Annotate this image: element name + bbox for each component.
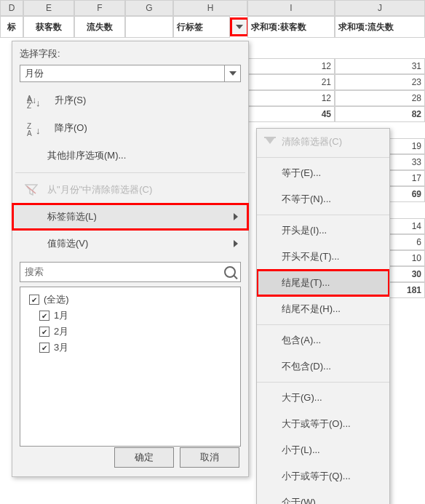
pivot-cell: 12: [247, 90, 335, 106]
filter-between[interactable]: 介于(W)...: [257, 489, 389, 504]
sort-asc-label: 升序(S): [55, 94, 86, 107]
ok-button[interactable]: 确定: [114, 447, 174, 468]
field-header-F: 流失数: [74, 16, 125, 38]
field-select-value: 月份: [25, 67, 44, 80]
button-row: 确定 取消: [114, 447, 239, 468]
menu-separator: [257, 215, 389, 215]
label-filter-submenu: 清除筛选器(C) 等于(E)... 不等于(N)... 开头是(I)... 开头…: [256, 128, 390, 504]
pivot-cell: 82: [335, 106, 425, 122]
value-filter-item[interactable]: 值筛选(V): [12, 230, 248, 257]
funnel-clear-icon: [23, 184, 40, 196]
search-icon: [224, 266, 236, 278]
checkbox-icon: ✔: [39, 311, 49, 321]
filter-panel: 选择字段: 月份 A↓ A Z ↓ 升序(S) Z A ↓ 降序(O) 其他排序…: [12, 41, 249, 477]
row-labels-dropdown-button[interactable]: [230, 17, 249, 36]
col-header-I[interactable]: I: [247, 0, 335, 16]
filter-less[interactable]: 小于(L)...: [257, 437, 389, 463]
col-header-G[interactable]: G: [125, 0, 173, 16]
col-header-E[interactable]: E: [23, 0, 74, 16]
col-header-J[interactable]: J: [335, 0, 425, 16]
menu-separator: [257, 382, 389, 383]
filter-equals[interactable]: 等于(E)...: [257, 160, 389, 186]
sort-desc-label: 降序(O): [55, 121, 87, 135]
pivot-cell: 45: [247, 106, 335, 122]
check-item[interactable]: ✔ 1月: [26, 308, 234, 324]
menu-separator: [257, 157, 389, 158]
pivot-cell: 31: [335, 58, 425, 74]
filter-check-list[interactable]: ✔ (全选) ✔ 1月 ✔ 2月 ✔ 3月: [20, 287, 241, 447]
label-filter-label: 标签筛选(L): [47, 210, 97, 223]
filter-greater[interactable]: 大于(G)...: [257, 385, 389, 411]
check-label: 2月: [54, 325, 68, 338]
select-field-label: 选择字段:: [12, 41, 248, 63]
check-label: (全选): [44, 293, 69, 306]
filter-less-equal[interactable]: 小于或等于(Q)...: [257, 463, 389, 489]
row-labels-header: 行标签: [173, 16, 230, 38]
menu-separator: [257, 324, 389, 325]
check-item[interactable]: ✔ 2月: [26, 324, 234, 340]
search-placeholder: 搜索: [25, 265, 44, 279]
pivot-cell: 12: [247, 58, 335, 74]
col-header-D[interactable]: D: [0, 0, 23, 16]
col-header-F[interactable]: F: [74, 0, 125, 16]
filter-ends-with[interactable]: 结尾是(T)...: [257, 270, 389, 296]
filter-not-contains[interactable]: 不包含(D)...: [257, 353, 389, 380]
more-sort-item[interactable]: 其他排序选项(M)...: [12, 142, 248, 169]
clear-filter-item: 从"月份"中清除筛选器(C): [12, 176, 248, 204]
label-filter-item[interactable]: 标签筛选(L): [12, 204, 248, 230]
search-input[interactable]: 搜索: [20, 262, 241, 282]
checkbox-icon: ✔: [39, 327, 49, 337]
filter-greater-equal[interactable]: 大于或等于(O)...: [257, 411, 389, 437]
check-label: 1月: [54, 309, 68, 322]
pivot-cell: 28: [335, 90, 425, 106]
check-label: 3月: [54, 341, 68, 354]
pivot-cell: 21: [247, 74, 335, 90]
filter-not-ends-with[interactable]: 结尾不是(H)...: [257, 296, 389, 322]
check-item-all[interactable]: ✔ (全选): [26, 292, 234, 308]
sort-desc-item[interactable]: Z A ↓ 降序(O): [12, 114, 248, 142]
field-select[interactable]: 月份: [20, 65, 241, 82]
check-item[interactable]: ✔ 3月: [26, 340, 234, 356]
filter-not-begins-with[interactable]: 开头不是(T)...: [257, 244, 389, 270]
submenu-clear-label: 清除筛选器(C): [282, 135, 342, 148]
sort-asc-item[interactable]: A↓ A Z ↓ 升序(S): [12, 87, 248, 114]
sum-customers-header: 求和项:获客数: [247, 16, 335, 38]
checkbox-icon: ✔: [39, 343, 49, 353]
more-sort-label: 其他排序选项(M)...: [47, 149, 126, 162]
menu-separator: [15, 172, 245, 173]
sum-churn-header: 求和项:流失数: [335, 16, 425, 38]
col-header-H[interactable]: H: [173, 0, 247, 16]
funnel-icon: [264, 137, 276, 147]
cancel-button[interactable]: 取消: [180, 447, 239, 468]
chevron-down-icon: [224, 65, 240, 81]
filter-contains[interactable]: 包含(A)...: [257, 327, 389, 353]
field-header-D: 标: [0, 16, 23, 38]
pivot-cell: 23: [335, 74, 425, 90]
field-header-G: [125, 16, 173, 38]
value-filter-label: 值筛选(V): [47, 237, 88, 250]
checkbox-icon: ✔: [29, 295, 39, 305]
filter-begins-with[interactable]: 开头是(I)...: [257, 217, 389, 244]
submenu-clear-filter: 清除筛选器(C): [257, 129, 389, 155]
field-header-E: 获客数: [23, 16, 74, 38]
filter-not-equals[interactable]: 不等于(N)...: [257, 186, 389, 212]
clear-filter-label: 从"月份"中清除筛选器(C): [47, 183, 152, 196]
